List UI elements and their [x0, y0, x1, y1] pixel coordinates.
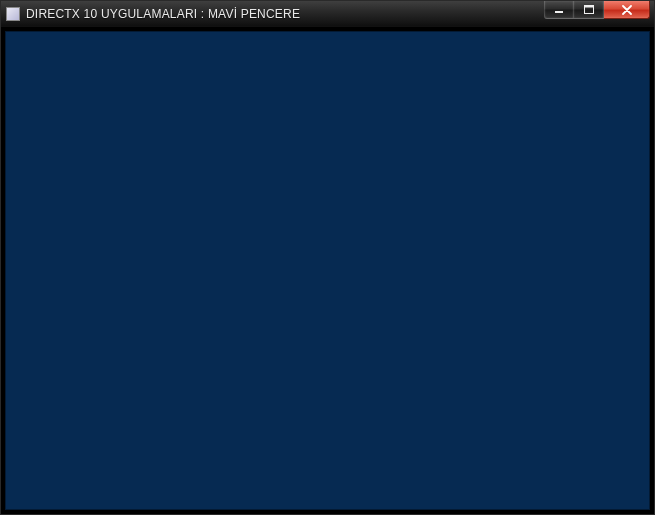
window-controls: [544, 1, 650, 19]
application-window: DIRECTX 10 UYGULAMALARI : MAVİ PENCERE: [0, 0, 655, 515]
svg-rect-0: [555, 11, 563, 13]
client-area: [5, 31, 650, 510]
maximize-icon: [584, 5, 594, 14]
app-icon: [6, 7, 20, 21]
close-icon: [621, 5, 633, 15]
titlebar[interactable]: DIRECTX 10 UYGULAMALARI : MAVİ PENCERE: [1, 1, 654, 27]
minimize-icon: [554, 6, 564, 14]
svg-rect-2: [584, 6, 593, 8]
close-button[interactable]: [604, 1, 650, 19]
minimize-button[interactable]: [544, 1, 574, 19]
maximize-button[interactable]: [574, 1, 604, 19]
window-title: DIRECTX 10 UYGULAMALARI : MAVİ PENCERE: [26, 7, 300, 21]
